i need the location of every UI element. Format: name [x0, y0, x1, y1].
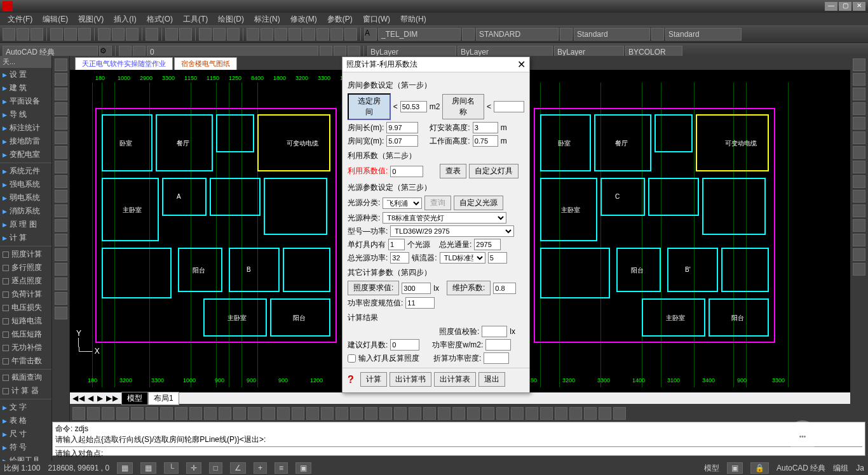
- dimstyle-icon[interactable]: [462, 28, 475, 41]
- side-item[interactable]: 逐点照度: [0, 274, 51, 288]
- status-model[interactable]: 模型: [704, 463, 719, 474]
- req-lux-input[interactable]: [402, 283, 431, 294]
- side-item[interactable]: 计 算 器: [0, 384, 51, 398]
- doc-tab[interactable]: 天正电气软件实操随堂作业: [75, 57, 173, 70]
- text-icon[interactable]: [55, 278, 67, 290]
- bt-icon-10[interactable]: [219, 407, 231, 420]
- mtext-icon[interactable]: [55, 292, 67, 305]
- sheet-icon[interactable]: [316, 28, 329, 41]
- maint-input[interactable]: [493, 283, 516, 294]
- model-select[interactable]: TLD36W/29 2975: [390, 225, 514, 237]
- home-icon[interactable]: [853, 58, 865, 71]
- side-item[interactable]: ▶计 算: [0, 231, 51, 244]
- maximize-button[interactable]: ▢: [839, 2, 851, 11]
- bt-icon-18[interactable]: [336, 407, 348, 420]
- bt-icon-13[interactable]: [262, 407, 275, 420]
- area-icon[interactable]: [853, 175, 865, 188]
- bt-icon-9[interactable]: [204, 407, 217, 420]
- side-item[interactable]: 负荷计算: [0, 288, 51, 301]
- copy-icon[interactable]: [112, 28, 125, 41]
- region-icon[interactable]: [55, 248, 67, 261]
- lookup-button[interactable]: 查表: [440, 164, 466, 178]
- ord-icon[interactable]: [853, 234, 865, 246]
- table-icon[interactable]: [302, 28, 315, 41]
- tab-nav[interactable]: ◀◀ ◀ ▶ ▶▶: [70, 394, 121, 403]
- side-item[interactable]: 低压短路: [0, 328, 51, 341]
- textstyle-icon[interactable]: A: [364, 28, 377, 41]
- undo-icon[interactable]: [165, 28, 178, 41]
- spline-icon[interactable]: [55, 146, 67, 159]
- query-button[interactable]: 查询: [424, 196, 451, 210]
- save-icon[interactable]: [31, 28, 43, 41]
- side-item[interactable]: 无功补偿: [0, 341, 51, 354]
- circle-icon[interactable]: [55, 131, 67, 144]
- point-icon[interactable]: [55, 204, 67, 217]
- arc-icon[interactable]: [55, 117, 67, 130]
- zoom-prev-icon[interactable]: [227, 28, 240, 41]
- bt-icon-8[interactable]: [189, 407, 202, 420]
- calc2-icon[interactable]: [330, 28, 343, 41]
- osnap-button[interactable]: □: [209, 462, 222, 474]
- cmd-prompt[interactable]: 请输入对角点:: [55, 446, 862, 459]
- side-item[interactable]: ▶系统元件: [0, 164, 51, 178]
- side-item[interactable]: ▶建 筑: [0, 81, 51, 95]
- menu-窗口(W)[interactable]: 窗口(W): [358, 13, 395, 25]
- bt-icon-11[interactable]: [233, 407, 246, 420]
- tol-icon[interactable]: [853, 204, 865, 217]
- tab-layout1[interactable]: 布局1: [148, 392, 179, 405]
- side-item[interactable]: ▶文 字: [0, 401, 51, 414]
- bt-icon-20[interactable]: [365, 407, 377, 420]
- dyn-button[interactable]: +: [254, 462, 267, 474]
- calc-button[interactable]: 计算: [360, 372, 387, 387]
- polar-button[interactable]: ✛: [186, 462, 201, 474]
- preview-icon[interactable]: [64, 28, 77, 41]
- select-room-button[interactable]: 选定房间: [348, 93, 391, 120]
- bt-icon-25[interactable]: [438, 407, 451, 420]
- ballast-num-input[interactable]: [488, 252, 507, 264]
- side-item[interactable]: 多行照度: [0, 261, 51, 274]
- zoom-icon[interactable]: [853, 117, 865, 130]
- cut-icon[interactable]: [98, 28, 111, 41]
- mlstyle-icon[interactable]: [651, 28, 664, 41]
- match-icon[interactable]: [146, 28, 158, 41]
- pline-icon[interactable]: [55, 73, 67, 86]
- A-icon[interactable]: [55, 307, 67, 319]
- menu-帮助(H)[interactable]: 帮助(H): [395, 13, 431, 25]
- bt-icon-15[interactable]: [292, 407, 304, 420]
- bt-icon-22[interactable]: [394, 407, 407, 420]
- qp-button[interactable]: ▣: [295, 462, 311, 474]
- earc-icon[interactable]: [55, 175, 67, 188]
- bt-icon-36[interactable]: [599, 407, 611, 420]
- table-icon[interactable]: [55, 263, 67, 276]
- side-item[interactable]: 照度计算: [0, 248, 51, 261]
- coeff-input[interactable]: [390, 166, 423, 177]
- conv-dens-input[interactable]: [484, 352, 509, 364]
- maint-button[interactable]: 维护系数:: [447, 281, 491, 295]
- bt-icon-32[interactable]: [540, 407, 553, 420]
- side-item[interactable]: 电压损失: [0, 301, 51, 314]
- side-item[interactable]: ▶平面设备: [0, 95, 51, 108]
- textstyle-combo[interactable]: _TEL_DIM: [378, 28, 461, 41]
- side-item[interactable]: ▶变配电室: [0, 148, 51, 161]
- pdens-input[interactable]: [485, 339, 511, 351]
- layer2-icon[interactable]: [288, 28, 301, 41]
- properties-icon[interactable]: [247, 28, 259, 41]
- side-item[interactable]: ▶强电系统: [0, 178, 51, 191]
- pwr-dens-std-input[interactable]: [405, 297, 435, 309]
- room-name-input[interactable]: [494, 101, 524, 112]
- show-icon[interactable]: [853, 146, 865, 159]
- src-class-select[interactable]: 飞利浦: [383, 197, 422, 209]
- doc-tab[interactable]: 宿舍楼电气图纸: [174, 57, 237, 70]
- menu-视图(V)[interactable]: 视图(V): [73, 13, 109, 25]
- publish-icon[interactable]: [78, 28, 91, 41]
- side-item[interactable]: ▶表 格: [0, 414, 51, 427]
- grid-button[interactable]: ▦: [140, 462, 156, 474]
- side-item[interactable]: ▶设 置: [0, 68, 51, 81]
- exit-button[interactable]: 退出: [478, 372, 505, 387]
- status-ja[interactable]: Ja: [856, 464, 864, 472]
- mlstyle-combo[interactable]: Standard: [665, 28, 742, 41]
- otrack-button[interactable]: ∠: [230, 462, 246, 474]
- tablestyle-combo[interactable]: Standard: [574, 28, 650, 41]
- bt-icon-33[interactable]: [555, 407, 567, 420]
- side-item[interactable]: ▶尺 寸: [0, 427, 51, 441]
